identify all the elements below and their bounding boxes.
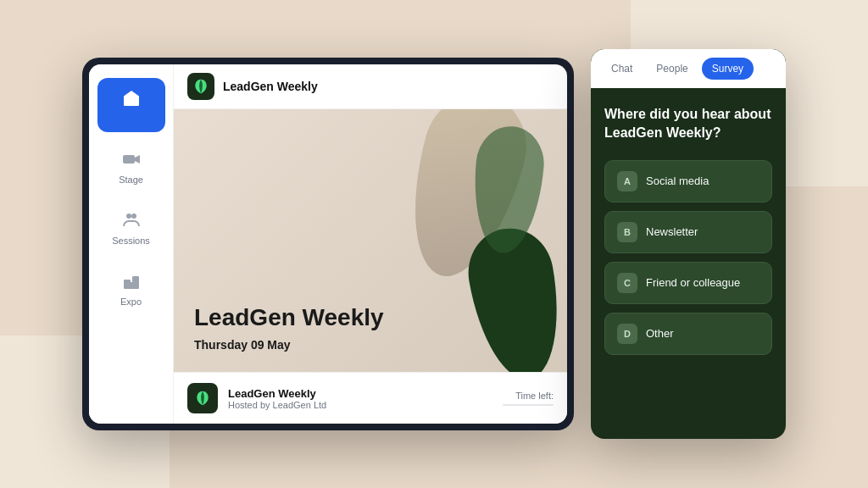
expo-icon <box>120 269 143 293</box>
survey-option-b[interactable]: B Newsletter <box>604 211 772 253</box>
sidebar-item-sessions[interactable]: Sessions <box>97 200 165 254</box>
hero-text-block: LeadGen Weekly Thursday 09 May <box>194 305 384 352</box>
content-area: LeadGen Weekly LeadGen Weekly Thursday 0… <box>174 64 567 424</box>
option-text-c: Friend or colleague <box>646 276 740 289</box>
home-icon <box>120 86 143 110</box>
time-left-label: Time left: <box>515 391 554 401</box>
time-left: Time left: <box>503 391 554 406</box>
survey-panel: Chat People Survey Where did you hear ab… <box>591 49 786 439</box>
sidebar-expo-label: Expo <box>120 297 142 307</box>
option-text-d: Other <box>646 327 674 340</box>
event-info: LeadGen Weekly Hosted by LeadGen Ltd <box>228 387 492 410</box>
survey-content: Where did you hear about LeadGen Weekly?… <box>591 88 786 439</box>
sidebar-item-reception[interactable]: Reception <box>97 78 165 132</box>
bottom-bar: LeadGen Weekly Hosted by LeadGen Ltd Tim… <box>174 372 567 424</box>
event-host: Hosted by LeadGen Ltd <box>228 400 492 410</box>
svg-rect-5 <box>128 282 135 289</box>
hero-title: LeadGen Weekly <box>194 305 384 331</box>
sidebar-reception-label: Reception <box>110 114 153 124</box>
video-icon <box>120 147 143 171</box>
event-name: LeadGen Weekly <box>228 387 492 400</box>
app-title: LeadGen Weekly <box>223 80 318 93</box>
hero-date: Thursday 09 May <box>194 338 384 352</box>
option-text-b: Newsletter <box>646 225 698 238</box>
survey-question: Where did you hear about LeadGen Weekly? <box>604 105 772 143</box>
option-letter-a: A <box>617 171 637 191</box>
survey-option-a[interactable]: A Social media <box>604 160 772 202</box>
main-container: Reception Stage <box>82 49 786 439</box>
sidebar-stage-label: Stage <box>119 175 143 185</box>
svg-point-1 <box>126 214 131 219</box>
tab-people[interactable]: People <box>646 58 698 80</box>
survey-option-c[interactable]: C Friend or colleague <box>604 262 772 304</box>
hero-section: LeadGen Weekly Thursday 09 May <box>174 109 567 372</box>
survey-option-d[interactable]: D Other <box>604 313 772 355</box>
topbar: LeadGen Weekly <box>174 64 567 109</box>
svg-rect-0 <box>123 155 135 164</box>
option-letter-b: B <box>617 222 637 242</box>
progress-bar <box>503 404 554 406</box>
option-letter-c: C <box>617 273 637 293</box>
tab-survey[interactable]: Survey <box>702 58 754 80</box>
tablet-inner: Reception Stage <box>89 64 567 424</box>
survey-tabs: Chat People Survey <box>591 49 786 88</box>
sidebar: Reception Stage <box>89 64 174 424</box>
app-logo <box>187 73 214 100</box>
event-logo <box>187 383 218 413</box>
sessions-icon <box>120 208 143 232</box>
option-letter-d: D <box>617 324 637 344</box>
tab-chat[interactable]: Chat <box>601 58 643 80</box>
sidebar-item-expo[interactable]: Expo <box>97 261 165 315</box>
sidebar-sessions-label: Sessions <box>112 236 150 246</box>
svg-point-2 <box>131 214 136 219</box>
sidebar-item-stage[interactable]: Stage <box>97 139 165 193</box>
tablet-device: Reception Stage <box>82 58 574 430</box>
option-text-a: Social media <box>646 175 709 187</box>
